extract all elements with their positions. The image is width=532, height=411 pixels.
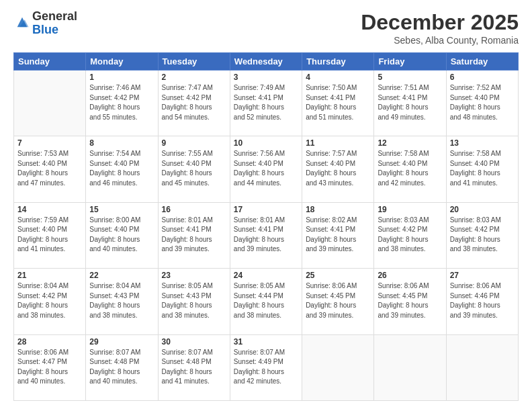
day-info: Sunrise: 7:56 AM Sunset: 4:40 PM Dayligh… [234, 149, 298, 188]
calendar-cell: 1Sunrise: 7:46 AM Sunset: 4:42 PM Daylig… [86, 71, 158, 136]
day-number: 19 [378, 205, 442, 214]
day-number: 6 [450, 73, 515, 82]
calendar-cell: 29Sunrise: 8:07 AM Sunset: 4:48 PM Dayli… [86, 334, 158, 400]
day-number: 24 [234, 271, 298, 280]
day-info: Sunrise: 7:57 AM Sunset: 4:40 PM Dayligh… [306, 149, 370, 188]
calendar-week-row: 7Sunrise: 7:53 AM Sunset: 4:40 PM Daylig… [14, 136, 519, 202]
day-info: Sunrise: 8:02 AM Sunset: 4:41 PM Dayligh… [306, 216, 370, 255]
calendar-cell: 16Sunrise: 8:01 AM Sunset: 4:41 PM Dayli… [158, 202, 230, 268]
calendar-cell: 18Sunrise: 8:02 AM Sunset: 4:41 PM Dayli… [302, 202, 374, 268]
day-number: 23 [162, 271, 226, 280]
calendar-cell: 10Sunrise: 7:56 AM Sunset: 4:40 PM Dayli… [230, 136, 302, 202]
subtitle: Sebes, Alba County, Romania [361, 35, 519, 46]
day-info: Sunrise: 7:53 AM Sunset: 4:40 PM Dayligh… [17, 149, 82, 188]
day-number: 1 [89, 73, 154, 82]
day-info: Sunrise: 7:51 AM Sunset: 4:41 PM Dayligh… [378, 83, 442, 122]
day-number: 31 [234, 337, 298, 347]
day-number: 26 [378, 271, 442, 280]
day-number: 9 [162, 138, 226, 148]
day-info: Sunrise: 8:06 AM Sunset: 4:46 PM Dayligh… [450, 281, 515, 320]
day-number: 14 [17, 205, 82, 214]
calendar-week-row: 1Sunrise: 7:46 AM Sunset: 4:42 PM Daylig… [14, 71, 519, 136]
day-number: 15 [89, 205, 154, 214]
day-number: 12 [378, 138, 442, 148]
title-block: December 2025 Sebes, Alba County, Romani… [361, 10, 519, 46]
calendar-cell: 30Sunrise: 8:07 AM Sunset: 4:48 PM Dayli… [158, 334, 230, 400]
day-number: 7 [17, 138, 82, 148]
day-info: Sunrise: 8:07 AM Sunset: 4:48 PM Dayligh… [89, 348, 154, 387]
calendar-cell: 6Sunrise: 7:52 AM Sunset: 4:40 PM Daylig… [446, 71, 518, 136]
day-number: 2 [162, 73, 226, 82]
day-number: 11 [306, 138, 370, 148]
logo-icon [15, 15, 30, 30]
calendar-cell: 15Sunrise: 8:00 AM Sunset: 4:40 PM Dayli… [86, 202, 158, 268]
main-title: December 2025 [361, 10, 519, 35]
day-info: Sunrise: 7:46 AM Sunset: 4:42 PM Dayligh… [89, 83, 154, 122]
calendar-cell: 4Sunrise: 7:50 AM Sunset: 4:41 PM Daylig… [302, 71, 374, 136]
day-number: 30 [162, 337, 226, 347]
col-header-friday: Friday [374, 53, 446, 71]
day-number: 21 [17, 271, 82, 280]
calendar-cell: 13Sunrise: 7:58 AM Sunset: 4:40 PM Dayli… [446, 136, 518, 202]
day-number: 18 [306, 205, 370, 214]
day-info: Sunrise: 7:52 AM Sunset: 4:40 PM Dayligh… [450, 83, 515, 122]
day-info: Sunrise: 8:07 AM Sunset: 4:48 PM Dayligh… [162, 348, 226, 387]
calendar-cell: 22Sunrise: 8:04 AM Sunset: 4:43 PM Dayli… [86, 269, 158, 334]
logo-general: General [32, 9, 77, 23]
day-info: Sunrise: 8:04 AM Sunset: 4:42 PM Dayligh… [17, 281, 82, 320]
col-header-tuesday: Tuesday [158, 53, 230, 71]
day-number: 28 [17, 337, 82, 347]
day-info: Sunrise: 7:55 AM Sunset: 4:40 PM Dayligh… [162, 149, 226, 188]
calendar-cell: 20Sunrise: 8:03 AM Sunset: 4:42 PM Dayli… [446, 202, 518, 268]
logo: General Blue [13, 10, 77, 37]
day-info: Sunrise: 7:50 AM Sunset: 4:41 PM Dayligh… [306, 83, 370, 122]
col-header-thursday: Thursday [302, 53, 374, 71]
day-info: Sunrise: 8:03 AM Sunset: 4:42 PM Dayligh… [450, 216, 515, 255]
day-info: Sunrise: 7:58 AM Sunset: 4:40 PM Dayligh… [450, 149, 515, 188]
day-number: 17 [234, 205, 298, 214]
calendar-cell: 7Sunrise: 7:53 AM Sunset: 4:40 PM Daylig… [14, 136, 86, 202]
calendar-cell: 8Sunrise: 7:54 AM Sunset: 4:40 PM Daylig… [86, 136, 158, 202]
calendar-cell: 28Sunrise: 8:06 AM Sunset: 4:47 PM Dayli… [14, 334, 86, 400]
calendar-table: SundayMondayTuesdayWednesdayThursdayFrid… [13, 52, 519, 401]
calendar-week-row: 14Sunrise: 7:59 AM Sunset: 4:40 PM Dayli… [14, 202, 519, 268]
day-number: 29 [89, 337, 154, 347]
day-number: 3 [234, 73, 298, 82]
col-header-sunday: Sunday [14, 53, 86, 71]
day-info: Sunrise: 8:05 AM Sunset: 4:44 PM Dayligh… [234, 281, 298, 320]
day-info: Sunrise: 7:47 AM Sunset: 4:42 PM Dayligh… [162, 83, 226, 122]
calendar-cell [302, 334, 374, 400]
col-header-wednesday: Wednesday [230, 53, 302, 71]
day-info: Sunrise: 8:01 AM Sunset: 4:41 PM Dayligh… [162, 216, 226, 255]
calendar-cell [14, 71, 86, 136]
day-info: Sunrise: 8:07 AM Sunset: 4:49 PM Dayligh… [234, 348, 298, 387]
logo-text: General Blue [32, 10, 77, 37]
calendar-cell: 3Sunrise: 7:49 AM Sunset: 4:41 PM Daylig… [230, 71, 302, 136]
calendar-cell: 26Sunrise: 8:06 AM Sunset: 4:45 PM Dayli… [374, 269, 446, 334]
calendar-cell: 24Sunrise: 8:05 AM Sunset: 4:44 PM Dayli… [230, 269, 302, 334]
day-info: Sunrise: 8:03 AM Sunset: 4:42 PM Dayligh… [378, 216, 442, 255]
calendar-cell: 5Sunrise: 7:51 AM Sunset: 4:41 PM Daylig… [374, 71, 446, 136]
calendar-cell: 27Sunrise: 8:06 AM Sunset: 4:46 PM Dayli… [446, 269, 518, 334]
day-number: 27 [450, 271, 515, 280]
calendar-cell: 19Sunrise: 8:03 AM Sunset: 4:42 PM Dayli… [374, 202, 446, 268]
col-header-monday: Monday [86, 53, 158, 71]
day-info: Sunrise: 7:54 AM Sunset: 4:40 PM Dayligh… [89, 149, 154, 188]
day-number: 8 [89, 138, 154, 148]
day-info: Sunrise: 8:01 AM Sunset: 4:41 PM Dayligh… [234, 216, 298, 255]
day-info: Sunrise: 8:06 AM Sunset: 4:45 PM Dayligh… [378, 281, 442, 320]
day-number: 10 [234, 138, 298, 148]
calendar-cell: 31Sunrise: 8:07 AM Sunset: 4:49 PM Dayli… [230, 334, 302, 400]
calendar-cell: 2Sunrise: 7:47 AM Sunset: 4:42 PM Daylig… [158, 71, 230, 136]
page: General Blue December 2025 Sebes, Alba C… [0, 0, 532, 411]
calendar-week-row: 28Sunrise: 8:06 AM Sunset: 4:47 PM Dayli… [14, 334, 519, 400]
day-info: Sunrise: 8:00 AM Sunset: 4:40 PM Dayligh… [89, 216, 154, 255]
calendar-cell: 21Sunrise: 8:04 AM Sunset: 4:42 PM Dayli… [14, 269, 86, 334]
day-info: Sunrise: 8:05 AM Sunset: 4:43 PM Dayligh… [162, 281, 226, 320]
day-number: 16 [162, 205, 226, 214]
day-info: Sunrise: 8:06 AM Sunset: 4:47 PM Dayligh… [17, 348, 82, 387]
day-number: 22 [89, 271, 154, 280]
day-info: Sunrise: 7:49 AM Sunset: 4:41 PM Dayligh… [234, 83, 298, 122]
day-info: Sunrise: 7:59 AM Sunset: 4:40 PM Dayligh… [17, 216, 82, 255]
header: General Blue December 2025 Sebes, Alba C… [13, 10, 519, 46]
